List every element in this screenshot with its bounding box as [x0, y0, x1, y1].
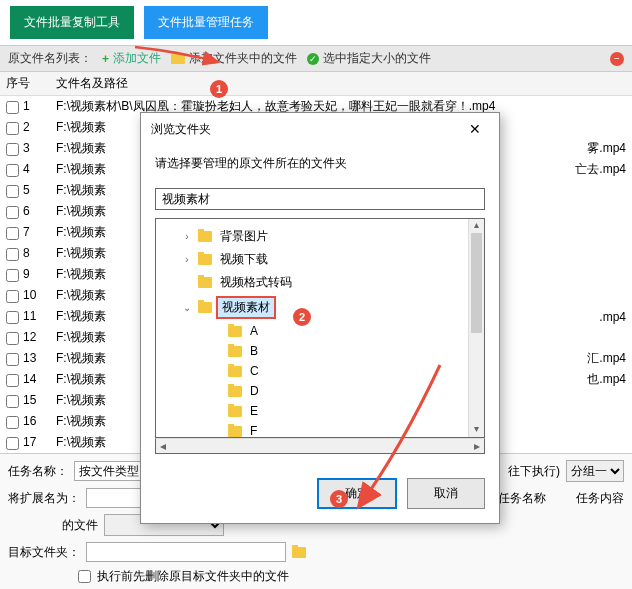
row-checkbox[interactable]: [6, 248, 19, 261]
row-checkbox[interactable]: [6, 437, 19, 450]
tree-item[interactable]: A: [160, 321, 480, 341]
plus-icon: +: [102, 52, 109, 66]
row-checkbox[interactable]: [6, 206, 19, 219]
folder-icon: [228, 346, 242, 357]
next-label: 往下执行): [508, 463, 560, 480]
tree-item[interactable]: 视频格式转码: [160, 271, 480, 294]
col-seq: 序号: [0, 72, 50, 96]
dialog-close-button[interactable]: ✕: [461, 119, 489, 139]
folder-icon: [228, 366, 242, 377]
tab-copy-tool[interactable]: 文件批量复制工具: [10, 6, 134, 39]
row-checkbox[interactable]: [6, 374, 19, 387]
row-checkbox[interactable]: [6, 353, 19, 366]
folder-icon: [228, 406, 242, 417]
remove-icon[interactable]: −: [610, 52, 624, 66]
folder-path-input[interactable]: [155, 188, 485, 210]
row-checkbox[interactable]: [6, 227, 19, 240]
row-checkbox[interactable]: [6, 311, 19, 324]
folder-icon: [228, 426, 242, 437]
col-task-content: 任务内容: [576, 490, 624, 507]
list-label: 原文件名列表：: [8, 50, 92, 67]
check-icon: ✓: [307, 53, 319, 65]
folder-icon: [198, 302, 212, 313]
dialog-title: 浏览文件夹: [151, 121, 211, 138]
tree-item[interactable]: B: [160, 341, 480, 361]
file-toolbar: 原文件名列表： + 添加文件 添加文件夹中的文件 ✓ 选中指定大小的文件 −: [0, 45, 632, 72]
row-checkbox[interactable]: [6, 395, 19, 408]
folder-icon: [198, 254, 212, 265]
row-checkbox[interactable]: [6, 143, 19, 156]
folder-icon: [228, 386, 242, 397]
row-checkbox[interactable]: [6, 185, 19, 198]
row-checkbox[interactable]: [6, 332, 19, 345]
tree-item[interactable]: ⌄视频素材: [160, 294, 480, 321]
dialog-message: 请选择要管理的原文件所在的文件夹: [155, 155, 485, 172]
row-checkbox[interactable]: [6, 122, 19, 135]
col-task-name: 任务名称: [498, 490, 546, 507]
row-checkbox[interactable]: [6, 416, 19, 429]
tab-manage-task[interactable]: 文件批量管理任务: [144, 6, 268, 39]
target-input[interactable]: [86, 542, 286, 562]
folder-icon: [228, 326, 242, 337]
tree-item[interactable]: ›背景图片: [160, 225, 480, 248]
row-checkbox[interactable]: [6, 290, 19, 303]
row-checkbox[interactable]: [6, 164, 19, 177]
delete-first-checkbox[interactable]: [78, 570, 91, 583]
target-label: 目标文件夹：: [8, 544, 80, 561]
folder-icon: [198, 277, 212, 288]
tree-item[interactable]: ›视频下载: [160, 248, 480, 271]
row-checkbox[interactable]: [6, 101, 19, 114]
ext-label: 将扩展名为：: [8, 490, 80, 507]
col-path: 文件名及路径: [50, 72, 569, 96]
group-select[interactable]: 分组一: [566, 460, 624, 482]
tree-scroll-vertical[interactable]: ▴▾: [468, 219, 484, 437]
task-name-label: 任务名称：: [8, 463, 68, 480]
row-checkbox[interactable]: [6, 269, 19, 282]
file-label: 的文件: [8, 517, 98, 534]
select-size-button[interactable]: ✓ 选中指定大小的文件: [307, 50, 431, 67]
folder-icon: [198, 231, 212, 242]
delete-first-label: 执行前先删除原目标文件夹中的文件: [97, 568, 289, 585]
browse-folder-icon[interactable]: [292, 547, 306, 558]
